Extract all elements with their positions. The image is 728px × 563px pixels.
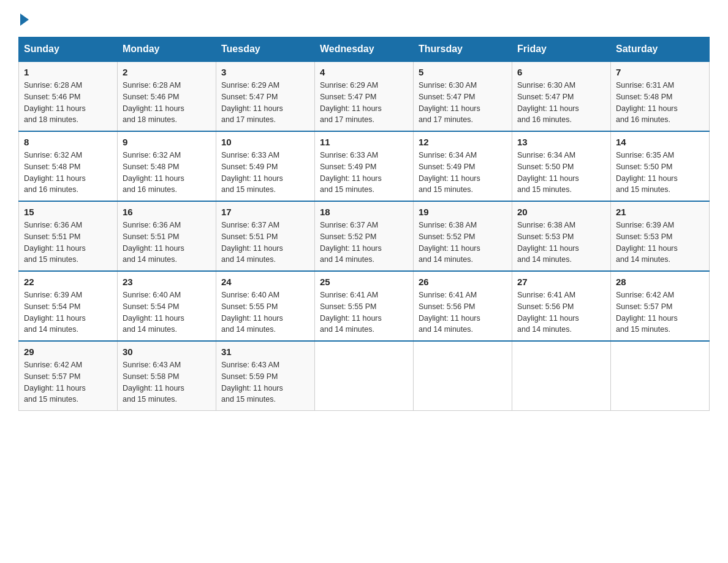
day-cell: 18Sunrise: 6:37 AMSunset: 5:52 PMDayligh…	[315, 201, 414, 271]
day-info: Sunrise: 6:42 AMSunset: 5:57 PMDaylight:…	[616, 289, 704, 335]
day-number: 30	[123, 347, 211, 357]
day-number: 28	[616, 277, 704, 287]
day-cell: 4Sunrise: 6:29 AMSunset: 5:47 PMDaylight…	[315, 61, 414, 131]
day-cell: 13Sunrise: 6:34 AMSunset: 5:50 PMDayligh…	[512, 131, 611, 201]
day-cell: 1Sunrise: 6:28 AMSunset: 5:46 PMDaylight…	[19, 61, 118, 131]
day-cell: 10Sunrise: 6:33 AMSunset: 5:49 PMDayligh…	[216, 131, 315, 201]
day-cell: 16Sunrise: 6:36 AMSunset: 5:51 PMDayligh…	[118, 201, 216, 271]
day-info: Sunrise: 6:34 AMSunset: 5:49 PMDaylight:…	[419, 150, 507, 196]
day-number: 26	[419, 277, 507, 287]
day-cell: 28Sunrise: 6:42 AMSunset: 5:57 PMDayligh…	[611, 271, 710, 341]
day-cell: 6Sunrise: 6:30 AMSunset: 5:47 PMDaylight…	[512, 61, 611, 131]
day-info: Sunrise: 6:29 AMSunset: 5:47 PMDaylight:…	[221, 80, 309, 126]
header-cell-thursday: Thursday	[414, 37, 512, 62]
calendar-table: SundayMondayTuesdayWednesdayThursdayFrid…	[18, 37, 710, 411]
day-number: 23	[123, 277, 211, 287]
day-cell: 20Sunrise: 6:38 AMSunset: 5:53 PMDayligh…	[512, 201, 611, 271]
day-cell: 24Sunrise: 6:40 AMSunset: 5:55 PMDayligh…	[216, 271, 315, 341]
header-cell-saturday: Saturday	[611, 37, 710, 62]
day-info: Sunrise: 6:42 AMSunset: 5:57 PMDaylight:…	[24, 359, 112, 405]
logo	[18, 12, 29, 26]
day-cell: 31Sunrise: 6:43 AMSunset: 5:59 PMDayligh…	[216, 341, 315, 411]
day-number: 29	[24, 347, 112, 357]
day-cell: 26Sunrise: 6:41 AMSunset: 5:56 PMDayligh…	[414, 271, 512, 341]
day-number: 11	[320, 137, 408, 147]
week-row-2: 8Sunrise: 6:32 AMSunset: 5:48 PMDaylight…	[19, 131, 710, 201]
day-number: 2	[123, 67, 211, 77]
day-cell: 9Sunrise: 6:32 AMSunset: 5:48 PMDaylight…	[118, 131, 216, 201]
day-cell: 30Sunrise: 6:43 AMSunset: 5:58 PMDayligh…	[118, 341, 216, 411]
header-cell-tuesday: Tuesday	[216, 37, 315, 62]
day-number: 18	[320, 207, 408, 217]
day-info: Sunrise: 6:34 AMSunset: 5:50 PMDaylight:…	[517, 150, 605, 196]
header-cell-monday: Monday	[118, 37, 216, 62]
day-cell: 21Sunrise: 6:39 AMSunset: 5:53 PMDayligh…	[611, 201, 710, 271]
day-number: 6	[517, 67, 605, 77]
day-cell	[414, 341, 512, 411]
header-row: SundayMondayTuesdayWednesdayThursdayFrid…	[19, 37, 710, 62]
week-row-5: 29Sunrise: 6:42 AMSunset: 5:57 PMDayligh…	[19, 341, 710, 411]
day-info: Sunrise: 6:28 AMSunset: 5:46 PMDaylight:…	[24, 80, 112, 126]
day-info: Sunrise: 6:32 AMSunset: 5:48 PMDaylight:…	[24, 150, 112, 196]
day-info: Sunrise: 6:38 AMSunset: 5:53 PMDaylight:…	[517, 220, 605, 266]
day-number: 8	[24, 137, 112, 147]
day-number: 21	[616, 207, 704, 217]
week-row-1: 1Sunrise: 6:28 AMSunset: 5:46 PMDaylight…	[19, 61, 710, 131]
day-info: Sunrise: 6:41 AMSunset: 5:55 PMDaylight:…	[320, 289, 408, 335]
day-number: 24	[221, 277, 309, 287]
day-info: Sunrise: 6:33 AMSunset: 5:49 PMDaylight:…	[221, 150, 309, 196]
day-info: Sunrise: 6:36 AMSunset: 5:51 PMDaylight:…	[24, 220, 112, 266]
day-number: 1	[24, 67, 112, 77]
day-cell: 11Sunrise: 6:33 AMSunset: 5:49 PMDayligh…	[315, 131, 414, 201]
day-info: Sunrise: 6:30 AMSunset: 5:47 PMDaylight:…	[517, 80, 605, 126]
day-cell	[315, 341, 414, 411]
day-number: 12	[419, 137, 507, 147]
day-cell	[512, 341, 611, 411]
day-cell: 23Sunrise: 6:40 AMSunset: 5:54 PMDayligh…	[118, 271, 216, 341]
header-cell-friday: Friday	[512, 37, 611, 62]
day-info: Sunrise: 6:36 AMSunset: 5:51 PMDaylight:…	[123, 220, 211, 266]
day-cell: 7Sunrise: 6:31 AMSunset: 5:48 PMDaylight…	[611, 61, 710, 131]
day-number: 14	[616, 137, 704, 147]
day-number: 10	[221, 137, 309, 147]
day-cell: 5Sunrise: 6:30 AMSunset: 5:47 PMDaylight…	[414, 61, 512, 131]
day-number: 7	[616, 67, 704, 77]
day-info: Sunrise: 6:39 AMSunset: 5:53 PMDaylight:…	[616, 220, 704, 266]
day-info: Sunrise: 6:41 AMSunset: 5:56 PMDaylight:…	[419, 289, 507, 335]
day-number: 5	[419, 67, 507, 77]
calendar-header: SundayMondayTuesdayWednesdayThursdayFrid…	[19, 37, 710, 62]
day-cell: 2Sunrise: 6:28 AMSunset: 5:46 PMDaylight…	[118, 61, 216, 131]
day-number: 4	[320, 67, 408, 77]
day-info: Sunrise: 6:39 AMSunset: 5:54 PMDaylight:…	[24, 289, 112, 335]
day-cell	[611, 341, 710, 411]
day-info: Sunrise: 6:33 AMSunset: 5:49 PMDaylight:…	[320, 150, 408, 196]
day-number: 16	[123, 207, 211, 217]
day-cell: 19Sunrise: 6:38 AMSunset: 5:52 PMDayligh…	[414, 201, 512, 271]
day-number: 13	[517, 137, 605, 147]
day-number: 22	[24, 277, 112, 287]
day-info: Sunrise: 6:37 AMSunset: 5:51 PMDaylight:…	[221, 220, 309, 266]
day-cell: 14Sunrise: 6:35 AMSunset: 5:50 PMDayligh…	[611, 131, 710, 201]
day-number: 20	[517, 207, 605, 217]
day-number: 19	[419, 207, 507, 217]
day-info: Sunrise: 6:37 AMSunset: 5:52 PMDaylight:…	[320, 220, 408, 266]
day-info: Sunrise: 6:32 AMSunset: 5:48 PMDaylight:…	[123, 150, 211, 196]
day-number: 31	[221, 347, 309, 357]
day-cell: 3Sunrise: 6:29 AMSunset: 5:47 PMDaylight…	[216, 61, 315, 131]
day-number: 25	[320, 277, 408, 287]
day-info: Sunrise: 6:28 AMSunset: 5:46 PMDaylight:…	[123, 80, 211, 126]
day-info: Sunrise: 6:43 AMSunset: 5:59 PMDaylight:…	[221, 359, 309, 405]
day-cell: 25Sunrise: 6:41 AMSunset: 5:55 PMDayligh…	[315, 271, 414, 341]
day-info: Sunrise: 6:43 AMSunset: 5:58 PMDaylight:…	[123, 359, 211, 405]
day-cell: 15Sunrise: 6:36 AMSunset: 5:51 PMDayligh…	[19, 201, 118, 271]
header-cell-sunday: Sunday	[19, 37, 118, 62]
day-number: 27	[517, 277, 605, 287]
day-cell: 12Sunrise: 6:34 AMSunset: 5:49 PMDayligh…	[414, 131, 512, 201]
day-cell: 27Sunrise: 6:41 AMSunset: 5:56 PMDayligh…	[512, 271, 611, 341]
day-cell: 29Sunrise: 6:42 AMSunset: 5:57 PMDayligh…	[19, 341, 118, 411]
day-cell: 17Sunrise: 6:37 AMSunset: 5:51 PMDayligh…	[216, 201, 315, 271]
day-info: Sunrise: 6:40 AMSunset: 5:55 PMDaylight:…	[221, 289, 309, 335]
day-info: Sunrise: 6:35 AMSunset: 5:50 PMDaylight:…	[616, 150, 704, 196]
logo-arrow-icon	[20, 13, 29, 26]
day-info: Sunrise: 6:40 AMSunset: 5:54 PMDaylight:…	[123, 289, 211, 335]
